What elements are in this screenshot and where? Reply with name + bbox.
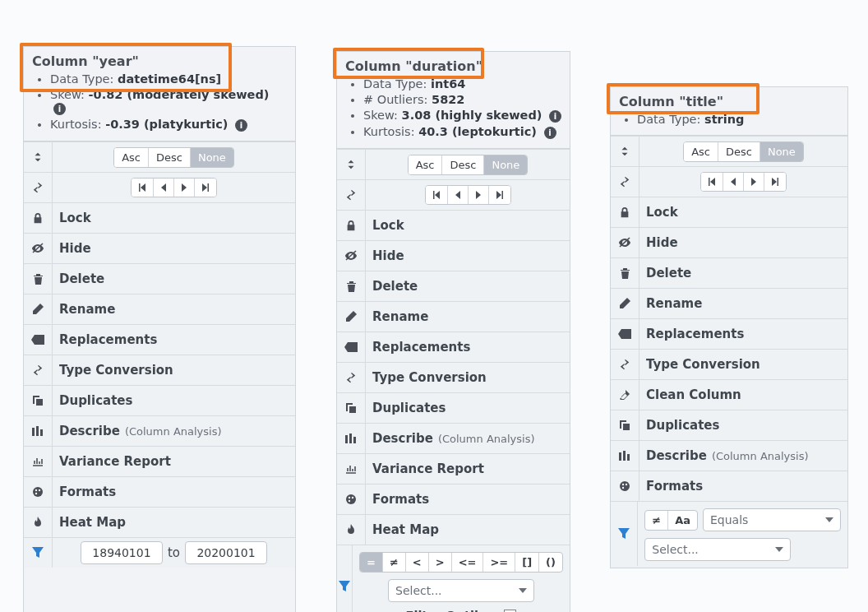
copy-icon — [24, 386, 53, 415]
sort-row: Asc Desc None — [611, 136, 847, 166]
next-button[interactable] — [173, 178, 194, 197]
first-button[interactable] — [701, 173, 723, 191]
formats-menuitem[interactable]: Formats — [24, 476, 295, 507]
svg-point-4 — [35, 489, 37, 491]
type-conversion-menuitem[interactable]: Type Conversion — [24, 355, 295, 385]
sort-asc-button[interactable]: Asc — [409, 155, 442, 174]
sort-icon — [24, 142, 53, 172]
panel-title: Column "year" — [32, 53, 289, 69]
svg-point-10 — [346, 494, 356, 504]
heatmap-menuitem[interactable]: Heat Map — [24, 507, 295, 537]
chevron-down-icon — [519, 588, 527, 593]
describe-menuitem[interactable]: Describe (Column Analysis) — [24, 415, 295, 446]
sort-asc-button[interactable]: Asc — [114, 148, 148, 167]
filter-outliers-checkbox[interactable]: Filter Outliers — [406, 609, 517, 612]
hide-menuitem[interactable]: Hide — [337, 240, 570, 271]
svg-point-11 — [349, 497, 350, 498]
svg-rect-7 — [345, 435, 348, 443]
svg-point-18 — [622, 484, 624, 485]
copy-icon — [611, 410, 639, 440]
info-icon[interactable]: i — [549, 110, 561, 123]
lock-icon — [337, 211, 366, 240]
op-ne[interactable]: ≠ — [645, 511, 667, 530]
op-paren[interactable]: () — [538, 553, 562, 572]
trash-icon — [337, 271, 366, 301]
last-button[interactable] — [194, 178, 216, 197]
backspace-icon — [611, 319, 639, 349]
svg-point-12 — [352, 497, 353, 498]
replacements-menuitem[interactable]: Replacements — [337, 332, 570, 362]
formats-menuitem[interactable]: Formats — [337, 484, 570, 514]
backspace-icon — [24, 325, 53, 355]
type-conversion-menuitem[interactable]: Type Conversion — [611, 349, 847, 379]
svg-point-3 — [33, 487, 43, 497]
describe-menuitem[interactable]: Describe (Column Analysis) — [611, 440, 847, 471]
formats-menuitem[interactable]: Formats — [611, 471, 847, 501]
last-button[interactable] — [488, 186, 510, 204]
sort-none-button[interactable]: None — [760, 142, 803, 161]
prev-button[interactable] — [447, 186, 468, 204]
duplicates-menuitem[interactable]: Duplicates — [611, 410, 847, 440]
delete-menuitem[interactable]: Delete — [611, 257, 847, 288]
op-le[interactable]: <= — [451, 553, 483, 572]
prev-button[interactable] — [723, 173, 743, 191]
last-button[interactable] — [764, 173, 786, 191]
op-gt[interactable]: > — [428, 553, 451, 572]
hide-menuitem[interactable]: Hide — [24, 233, 295, 263]
lock-menuitem[interactable]: Lock — [611, 197, 847, 227]
op-lt[interactable]: < — [405, 553, 428, 572]
type-conversion-menuitem[interactable]: Type Conversion — [337, 362, 570, 392]
rename-menuitem[interactable]: Rename — [337, 301, 570, 332]
range-from-input[interactable] — [81, 541, 163, 564]
variance-menuitem[interactable]: Variance Report — [24, 446, 295, 476]
variance-menuitem[interactable]: Variance Report — [337, 453, 570, 484]
replacements-menuitem[interactable]: Replacements — [24, 324, 295, 355]
filter-value-select[interactable]: Select... — [644, 538, 791, 561]
lock-menuitem[interactable]: Lock — [24, 202, 295, 233]
sort-desc-button[interactable]: Desc — [718, 142, 760, 161]
op-ne[interactable]: ≠ — [382, 553, 405, 572]
sort-buttons: Asc Desc None — [113, 147, 234, 168]
info-icon[interactable]: i — [53, 103, 66, 115]
clean-column-menuitem[interactable]: Clean Column — [611, 379, 847, 410]
op-in[interactable]: [] — [515, 553, 538, 572]
info-icon[interactable]: i — [235, 119, 247, 132]
next-button[interactable] — [468, 186, 488, 204]
delete-menuitem[interactable]: Delete — [337, 271, 570, 301]
eye-off-icon — [337, 241, 366, 271]
palette-icon — [337, 484, 366, 514]
svg-rect-0 — [32, 428, 35, 436]
first-button[interactable] — [132, 178, 153, 197]
rename-menuitem[interactable]: Rename — [24, 294, 295, 324]
first-button[interactable] — [426, 186, 447, 204]
op-eq[interactable]: = — [360, 553, 382, 572]
svg-rect-1 — [36, 426, 39, 436]
op-ge[interactable]: >= — [482, 553, 515, 572]
comparator-select[interactable]: Equals — [703, 508, 841, 531]
trash-icon — [24, 264, 53, 294]
hide-menuitem[interactable]: Hide — [611, 227, 847, 257]
delete-menuitem[interactable]: Delete — [24, 263, 295, 294]
filter-value-select[interactable]: Select... — [388, 579, 534, 602]
sort-asc-button[interactable]: Asc — [684, 142, 718, 161]
prev-button[interactable] — [153, 178, 173, 197]
describe-menuitem[interactable]: Describe (Column Analysis) — [337, 423, 570, 453]
lock-icon — [24, 203, 53, 233]
panel-header: Column "year" Data Type: datetime64[ns] … — [24, 47, 295, 141]
heatmap-menuitem[interactable]: Heat Map — [337, 514, 570, 545]
duplicates-menuitem[interactable]: Duplicates — [24, 385, 295, 415]
sort-desc-button[interactable]: Desc — [148, 148, 190, 167]
sort-desc-button[interactable]: Desc — [441, 155, 483, 174]
filter-row: to — [24, 537, 295, 568]
sort-none-button[interactable]: None — [190, 148, 233, 167]
next-button[interactable] — [743, 173, 764, 191]
rename-menuitem[interactable]: Rename — [611, 288, 847, 318]
lock-menuitem[interactable]: Lock — [337, 210, 570, 240]
op-case[interactable]: Aa — [667, 511, 697, 530]
duplicates-menuitem[interactable]: Duplicates — [337, 392, 570, 423]
info-icon[interactable]: i — [544, 127, 556, 139]
replacements-menuitem[interactable]: Replacements — [611, 318, 847, 349]
panel-duration: Column "duration" Data Type: int64 # Out… — [336, 51, 570, 612]
sort-none-button[interactable]: None — [483, 155, 527, 174]
range-to-input[interactable] — [185, 541, 267, 564]
